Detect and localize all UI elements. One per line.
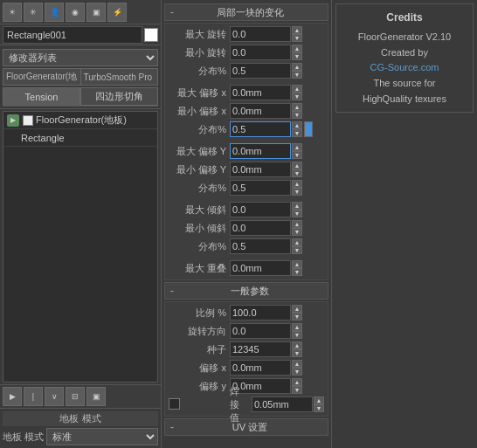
param-input-max-rotation[interactable] — [230, 26, 291, 42]
spin-seed-down[interactable]: ▼ — [292, 349, 302, 357]
param-input-max-offset-y[interactable] — [230, 143, 291, 159]
tab-quad-chamfer[interactable]: 四边形切角 — [80, 87, 158, 106]
stack-item-rectangle[interactable]: Rectangle — [3, 129, 157, 147]
param-label-min-tilt: 最小 倾斜 — [169, 222, 230, 235]
param-input-min-tilt[interactable] — [230, 220, 291, 236]
spin-max-offset-x-up[interactable]: ▲ — [292, 85, 302, 93]
param-input-dist-1[interactable] — [230, 63, 291, 79]
param-input-seed[interactable] — [230, 341, 291, 357]
section-general-params[interactable]: - 一般参数 — [164, 282, 328, 300]
left-bottom-toolbar: ▶ | ∨ ⊟ ▣ — [0, 384, 161, 409]
spin-max-tilt-down[interactable]: ▼ — [292, 210, 302, 217]
spin-offset-y-down[interactable]: ▼ — [292, 386, 302, 394]
bottom-icon-play[interactable]: ▶ — [3, 387, 22, 406]
right-panel: - 局部一块的变化 最大 旋转 ▲ ▼ 最小 旋转 — [162, 0, 477, 448]
tab-tension[interactable]: Tension — [3, 87, 80, 106]
spin-offset-x-up[interactable]: ▲ — [292, 360, 302, 368]
toolbar-icon-1[interactable]: ☀ — [3, 3, 22, 22]
x-color-indicator — [304, 121, 313, 137]
spin-max-tilt-up[interactable]: ▲ — [292, 202, 302, 210]
spin-max-overlap-up[interactable]: ▲ — [292, 260, 302, 268]
param-input-min-rotation[interactable] — [230, 45, 291, 60]
spin-max-offset-y-down[interactable]: ▼ — [292, 151, 302, 159]
spin-offset-y-up[interactable]: ▲ — [292, 378, 302, 386]
bottom-icon-check[interactable]: ∨ — [45, 387, 64, 406]
param-input-max-tilt[interactable] — [230, 202, 291, 217]
toolbar-icon-2[interactable]: ✳ — [24, 3, 43, 22]
spin-max-rotation-up[interactable]: ▲ — [292, 26, 302, 34]
param-input-max-offset-x[interactable] — [230, 85, 291, 100]
spin-dist-tilt-up[interactable]: ▲ — [292, 238, 302, 246]
param-input-offset-x[interactable] — [230, 360, 291, 376]
spin-dist-x-up[interactable]: ▲ — [292, 121, 302, 129]
spin-min-offset-y-down[interactable]: ▼ — [292, 169, 302, 177]
modifier-col2: TurboSmooth Pro — [81, 68, 159, 86]
object-name-input[interactable] — [3, 26, 142, 44]
center-panel: - 局部一块的变化 最大 旋转 ▲ ▼ 最小 旋转 — [162, 0, 332, 448]
modifier-col1: FloorGenerator(地 — [3, 68, 81, 86]
spin-min-offset-x-down[interactable]: ▼ — [292, 111, 302, 119]
toolbar-icon-6[interactable]: ⚡ — [107, 3, 127, 22]
section-local-change[interactable]: - 局部一块的变化 — [164, 3, 328, 21]
param-input-max-overlap[interactable] — [230, 260, 291, 276]
spin-max-offset-y-up[interactable]: ▲ — [292, 143, 302, 151]
spin-rotation-dir-up[interactable]: ▲ — [292, 323, 302, 331]
bottom-icon-pin[interactable]: | — [24, 387, 43, 406]
spin-min-offset-y-up[interactable]: ▲ — [292, 162, 302, 169]
bottom-icon-grid[interactable]: ▣ — [86, 387, 106, 406]
spin-dist-tilt-down[interactable]: ▼ — [292, 246, 302, 254]
spin-seed-up[interactable]: ▲ — [292, 341, 302, 349]
param-input-min-offset-y[interactable] — [230, 162, 291, 177]
spin-dist-tilt: ▲ ▼ — [292, 238, 302, 254]
spin-max-offset-x-down[interactable]: ▼ — [292, 93, 302, 100]
param-input-rotation-dir[interactable] — [230, 323, 291, 339]
spin-min-offset-x-up[interactable]: ▲ — [292, 103, 302, 111]
stack-checkbox-floorgenerator[interactable] — [23, 115, 33, 126]
modifier-section: 修改器列表 FloorGenerator(地 TurboSmooth Pro T… — [0, 45, 161, 109]
spin-dist-x: ▲ ▼ — [292, 121, 302, 137]
spin-scale-up[interactable]: ▲ — [292, 305, 302, 313]
modifier-list-dropdown[interactable]: 修改器列表 — [3, 49, 158, 66]
param-input-dist-x[interactable] — [230, 121, 291, 137]
spin-dist-y-up[interactable]: ▲ — [292, 180, 302, 188]
spin-scale-down[interactable]: ▼ — [292, 313, 302, 320]
param-input-scale[interactable] — [230, 305, 291, 320]
toolbar-icon-3[interactable]: 👤 — [45, 3, 64, 22]
bottom-icon-minus[interactable]: ⊟ — [66, 387, 85, 406]
param-input-dist-tilt[interactable] — [230, 238, 291, 254]
spin-weld-up[interactable]: ▲ — [314, 396, 324, 404]
spin-max-rotation-down[interactable]: ▼ — [292, 34, 302, 42]
spin-weld-down[interactable]: ▼ — [314, 404, 324, 412]
spin-dist-1: ▲ ▼ — [292, 63, 302, 79]
spin-offset-x-down[interactable]: ▼ — [292, 368, 302, 376]
spin-dist-y-down[interactable]: ▼ — [292, 188, 302, 196]
spin-dist-1-down[interactable]: ▼ — [292, 71, 302, 79]
section-general-title: 一般参数 — [177, 285, 322, 298]
spin-max-overlap-down[interactable]: ▼ — [292, 268, 302, 276]
spin-rotation-dir-down[interactable]: ▼ — [292, 331, 302, 339]
param-max-rotation: 最大 旋转 ▲ ▼ — [169, 25, 324, 43]
param-input-dist-y[interactable] — [230, 180, 291, 196]
spin-dist-1-up[interactable]: ▲ — [292, 63, 302, 71]
toolbar-icon-5[interactable]: ▣ — [86, 3, 106, 22]
param-input-min-offset-x[interactable] — [230, 103, 291, 119]
spin-min-tilt-up[interactable]: ▲ — [292, 220, 302, 228]
param-input-weld[interactable] — [252, 396, 313, 412]
spin-weld: ▲ ▼ — [314, 396, 324, 412]
stack-item-floorgenerator[interactable]: ▶ FloorGenerator(地板) — [3, 112, 157, 129]
weld-checkbox[interactable] — [169, 398, 180, 410]
spin-min-rotation-down[interactable]: ▼ — [292, 52, 302, 60]
credits-link[interactable]: CG-Source.com — [340, 60, 469, 76]
spin-max-overlap: ▲ ▼ — [292, 260, 302, 276]
spin-dist-x-down[interactable]: ▼ — [292, 129, 302, 137]
param-seed: 种子 ▲ ▼ — [169, 341, 324, 358]
color-swatch[interactable] — [144, 28, 158, 42]
spin-min-tilt-down[interactable]: ▼ — [292, 228, 302, 236]
spin-min-rotation-up[interactable]: ▲ — [292, 45, 302, 52]
credits-title: Credits — [340, 10, 469, 26]
section-uv-settings[interactable]: - UV 设置 — [164, 418, 328, 436]
param-label-dist-x: 分布% — [169, 123, 230, 136]
toolbar-icon-4[interactable]: ◉ — [66, 3, 85, 22]
floor-mode-dropdown[interactable]: 标准 — [46, 428, 158, 445]
left-toolbar: ☀ ✳ 👤 ◉ ▣ ⚡ — [0, 0, 161, 24]
